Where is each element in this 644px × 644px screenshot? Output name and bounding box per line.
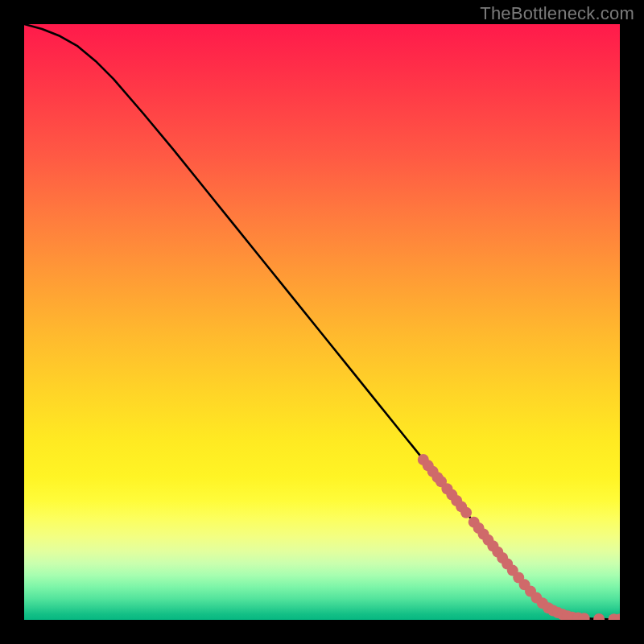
data-markers	[418, 454, 620, 620]
chart-frame: TheBottleneck.com	[0, 0, 644, 644]
data-marker	[460, 507, 472, 518]
curve-svg	[24, 24, 620, 620]
plot-area	[24, 24, 620, 620]
bottleneck-curve	[24, 24, 620, 619]
watermark-text: TheBottleneck.com	[480, 3, 634, 24]
data-marker	[593, 613, 605, 620]
